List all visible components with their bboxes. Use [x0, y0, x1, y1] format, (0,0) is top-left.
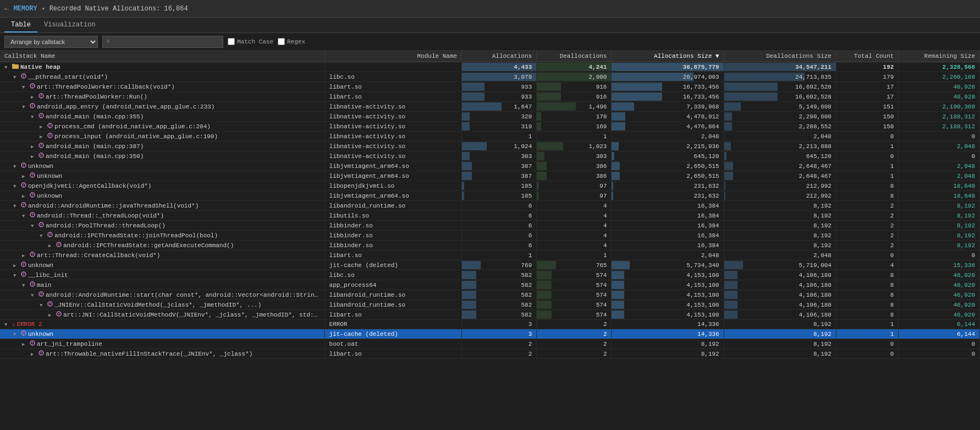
table-row[interactable]: ▶fart::Throwable_nativeFillInStackTrace(… — [0, 349, 980, 359]
remaining-size-cell: 46,920 — [899, 270, 980, 280]
expand-toggle[interactable]: ▼ — [31, 293, 38, 298]
expand-toggle[interactable]: ▶ — [13, 263, 21, 269]
regex-checkbox[interactable] — [278, 38, 285, 45]
expand-toggle[interactable]: ▶ — [31, 144, 38, 150]
row-icon: f — [30, 174, 35, 179]
expand-toggle[interactable]: ▶ — [31, 154, 38, 160]
table-row[interactable]: ▶fart::Thread::CreateCallback(void*)liba… — [0, 251, 980, 260]
expand-toggle[interactable]: ▼ — [22, 214, 30, 219]
table-row[interactable]: ▶fandroid_main (main.cpp:387)libnative-a… — [0, 141, 980, 151]
expand-toggle[interactable]: ▼ — [40, 303, 47, 308]
back-button[interactable]: ← — [4, 4, 9, 13]
expand-toggle[interactable]: ▼ — [31, 115, 38, 120]
table-row[interactable]: ▼f__libc_initlibc.so5825744,153,1004,106… — [0, 270, 980, 280]
expand-toggle[interactable]: ▶ — [22, 253, 30, 259]
expand-toggle[interactable]: ▶ — [22, 193, 30, 199]
arrange-select[interactable]: Arrange by callstack Arrange by module A… — [4, 36, 98, 48]
deallocations-cell: 574 — [537, 300, 612, 310]
table-row[interactable]: ▼fopenjdkjvmti::AgentCallback(void*)libo… — [0, 181, 980, 191]
module-cell: libnative-activity.so — [324, 112, 462, 122]
expand-toggle[interactable]: ▶ — [22, 341, 30, 347]
callstack-cell: ▶fart::Throwable_nativeFillInStackTrace(… — [0, 349, 324, 359]
module-cell: app_process64 — [324, 280, 462, 290]
table-row[interactable]: ▶fandroid::IPCThreadState::getAndExecute… — [0, 241, 980, 251]
expand-toggle[interactable]: ▼ — [13, 273, 21, 279]
match-case-checkbox[interactable] — [228, 38, 235, 45]
expand-toggle[interactable]: ▶ — [48, 312, 56, 318]
row-icon: f — [38, 293, 44, 298]
expand-toggle[interactable]: ▼ — [22, 85, 30, 90]
callstack-name: art::ThreadPoolWorker::Run() — [46, 94, 147, 100]
col-header-total[interactable]: Total Count — [836, 51, 898, 62]
table-row[interactable]: ▶fart::JNI::CallStaticVoidMethodV(_JNIEn… — [0, 310, 980, 320]
callstack-name: android_app_entry (android_native_app_gl… — [37, 104, 214, 110]
alloc-size-cell: 2,048 — [612, 251, 724, 260]
table-row[interactable]: ▼fmainapp_process645825744,153,1004,106,… — [0, 280, 980, 290]
expand-toggle[interactable]: ▶ — [31, 94, 38, 100]
col-header-callstack[interactable]: Callstack Name — [0, 51, 324, 62]
table-row[interactable]: ▼fandroid_main (main.cpp:355)libnative-a… — [0, 112, 980, 122]
callstack-name: __pthread_start(void*) — [28, 74, 108, 80]
table-row[interactable]: ▼f__pthread_start(void*)libc.so3,0792,90… — [0, 72, 980, 82]
table-row[interactable]: ▼fandroid::IPCThreadState::joinThreadPoo… — [0, 231, 980, 241]
svg-text:f: f — [31, 104, 34, 108]
table-row[interactable]: ▼fandroid::AndroidRuntime::javaThreadShe… — [0, 201, 980, 211]
expand-toggle[interactable]: ▼ — [13, 164, 21, 170]
expand-toggle[interactable]: ▶ — [31, 351, 38, 357]
expand-toggle[interactable]: ▶ — [22, 173, 30, 179]
alloc-size-cell: 16,384 — [612, 221, 724, 231]
allocations-cell: 6 — [462, 241, 537, 251]
table-row[interactable]: ▶funknownlibjvmtiagent_arm64.so10597231,… — [0, 191, 980, 201]
app-dropdown-icon[interactable]: ▾ — [42, 6, 45, 12]
table-row[interactable]: ▶fprocess_input (android_native_app_glue… — [0, 132, 980, 141]
table-row[interactable]: ▶funknownjit-cache (deleted)7697655,734,… — [0, 260, 980, 270]
module-cell: libandroid_runtime.so — [324, 300, 462, 310]
expand-toggle[interactable]: ▼ — [31, 224, 38, 229]
table-row[interactable]: ▶fart_jni_trampolineboot.oat228,1928,192… — [0, 339, 980, 349]
tab-visualization[interactable]: Visualization — [37, 18, 102, 32]
table-row[interactable]: ▼fandroid_app_entry (android_native_app_… — [0, 102, 980, 112]
dealloc-size-cell: 2,213,888 — [724, 141, 836, 151]
expand-toggle[interactable]: ▼ — [13, 332, 21, 338]
table-row[interactable]: ▼fart::ThreadPoolWorker::Callback(void*)… — [0, 82, 980, 92]
table-row[interactable]: ▼Native heap4,4334,24136,875,77934,547,2… — [0, 62, 980, 72]
remaining-size-cell: 0 — [899, 132, 980, 141]
expand-toggle[interactable]: ▶ — [48, 243, 56, 249]
col-header-deallocations[interactable]: Deallocations — [537, 51, 612, 62]
expand-toggle[interactable]: ▼ — [22, 283, 30, 289]
table-row[interactable]: ▶fart::ThreadPoolWorker::Run()libart.so9… — [0, 92, 980, 102]
svg-text:f: f — [23, 263, 25, 267]
table-row[interactable]: ▶fprocess_cmd (android_native_app_glue.c… — [0, 122, 980, 132]
table-row[interactable]: ▼fandroid::PoolThread::threadLoop()libbi… — [0, 221, 980, 231]
table-row[interactable]: ▼f_JNIEnv::CallStaticVoidMethod(_jclass*… — [0, 300, 980, 310]
dealloc-size-cell: 4,106,180 — [724, 290, 836, 300]
table-row[interactable]: ▼funknownjit-cache (deleted)3214,3368,19… — [0, 329, 980, 339]
col-header-allocations[interactable]: Allocations — [462, 51, 537, 62]
module-cell: libandroid_runtime.so — [324, 290, 462, 300]
expand-toggle[interactable]: ▶ — [40, 124, 47, 130]
table-row[interactable]: ▼fandroid::Thread::_threadLoop(void*)lib… — [0, 211, 980, 221]
expand-toggle[interactable]: ▼ — [22, 105, 30, 110]
table-row[interactable]: ▶funknownlibjvmtiagent_arm64.so3873862,6… — [0, 171, 980, 181]
dealloc-size-cell: 4,106,180 — [724, 300, 836, 310]
search-input[interactable] — [112, 39, 211, 45]
expand-toggle[interactable]: ▼ — [4, 65, 12, 70]
table-row[interactable]: ▼⚠ERROR 2ERROR3214,3368,19216,144 — [0, 320, 980, 329]
col-header-remaining[interactable]: Remaining Size — [899, 51, 980, 62]
expand-toggle[interactable]: ▼ — [40, 233, 47, 239]
expand-toggle[interactable]: ▼ — [13, 204, 21, 209]
table-row[interactable]: ▼fandroid::AndroidRuntime::start(char co… — [0, 290, 980, 300]
table-row[interactable]: ▼funknownlibjvmtiagent_arm64.so3873862,6… — [0, 161, 980, 171]
tab-table[interactable]: Table — [4, 18, 37, 32]
col-header-alloc-size[interactable]: Allocations Size ▼ — [612, 51, 724, 62]
expand-toggle[interactable]: ▼ — [13, 75, 21, 80]
expand-toggle[interactable]: ▶ — [40, 134, 47, 140]
table-row[interactable]: ▶fandroid_main (main.cpp:350)libnative-a… — [0, 151, 980, 161]
expand-toggle[interactable]: ▼ — [4, 322, 12, 328]
remaining-size-cell: 0 — [899, 349, 980, 359]
col-header-module[interactable]: Module Name — [324, 51, 462, 62]
expand-toggle[interactable]: ▼ — [13, 184, 21, 189]
allocations-cell: 4,433 — [462, 62, 537, 72]
col-header-dealloc-size[interactable]: Deallocations Size — [724, 51, 836, 62]
callstack-cell: ▼Native heap — [0, 62, 324, 72]
